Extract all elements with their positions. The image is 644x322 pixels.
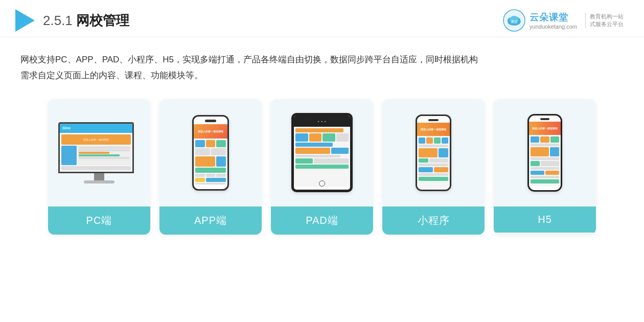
cards-section: Gino 招进人的第一届冠课程 bbox=[0, 89, 644, 250]
page-title: 2.5.1 网校管理 bbox=[43, 12, 129, 30]
phone-app-screen: 招进人的第一届冠课程 bbox=[194, 124, 227, 185]
phone-mini-body bbox=[417, 136, 450, 191]
phone-h5-screen: 招进人的第一届冠课程 bbox=[529, 122, 561, 186]
card-app-label: APP端 bbox=[159, 206, 262, 235]
phone-app-content bbox=[194, 139, 227, 185]
card-pad-label: PAD端 bbox=[271, 206, 373, 235]
svg-text:课堂: 课堂 bbox=[511, 20, 518, 24]
brand-name: 云朵课堂 bbox=[530, 11, 568, 24]
card-h5-label: H5 bbox=[494, 206, 596, 233]
phone-app-mockup: 招进人的第一届冠课程 bbox=[192, 115, 229, 191]
description-section: 网校支持PC、APP、PAD、小程序、H5，实现多端打通，产品各终端自由切换，数… bbox=[0, 37, 644, 89]
phone-mini-mockup: 招进人的第一届冠课程 bbox=[416, 114, 451, 191]
card-miniprogram-label: 小程序 bbox=[382, 206, 485, 235]
phone-mini-header: 招进人的第一届冠课程 bbox=[417, 123, 450, 136]
card-pad: ● ● ● bbox=[271, 99, 373, 235]
card-miniprogram: 招进人的第一届冠课程 bbox=[382, 99, 485, 235]
page-header: 2.5.1 网校管理 课堂 云朵课堂 yunduoketang.com 教育机构… bbox=[0, 0, 644, 37]
tablet-screen: ● ● ● bbox=[294, 116, 350, 187]
tablet-mockup: ● ● ● bbox=[291, 113, 353, 192]
phone-h5-mockup: 招进人的第一届冠课程 bbox=[527, 114, 562, 192]
monitor-base bbox=[84, 180, 114, 183]
phone-app-top: 招进人的第一届冠课程 bbox=[194, 124, 227, 139]
monitor-mockup: Gino 招进人的第一届冠课程 bbox=[58, 122, 140, 183]
card-h5-image: 招进人的第一届冠课程 bbox=[494, 99, 596, 206]
card-pc: Gino 招进人的第一届冠课程 bbox=[48, 99, 150, 235]
header-left: 2.5.1 网校管理 bbox=[15, 9, 129, 32]
description-line1: 网校支持PC、APP、PAD、小程序、H5，实现多端打通，产品各终端自由切换，数… bbox=[20, 52, 624, 67]
brand-url: yunduoketang.com bbox=[530, 24, 577, 30]
card-miniprogram-image: 招进人的第一届冠课程 bbox=[382, 99, 485, 206]
card-app: 招进人的第一届冠课程 bbox=[159, 99, 262, 235]
cloud-icon: 课堂 bbox=[503, 9, 525, 32]
card-pad-image: ● ● ● bbox=[271, 99, 373, 206]
card-pc-label: PC端 bbox=[48, 206, 150, 235]
tablet-screen-top: ● ● ● bbox=[294, 116, 350, 127]
brand-logo: 课堂 云朵课堂 yunduoketang.com 教育机构一站 式服务云平台 bbox=[503, 9, 624, 32]
monitor-neck bbox=[94, 173, 104, 180]
page-title-prefix: 2.5.1 bbox=[43, 13, 76, 28]
brand-slogan: 教育机构一站 式服务云平台 bbox=[585, 13, 624, 29]
description-line2: 需求自定义页面上的内容、课程、功能模块等。 bbox=[20, 67, 624, 83]
card-h5: 招进人的第一届冠课程 bbox=[494, 99, 596, 235]
tablet-screen-content bbox=[294, 127, 350, 187]
card-pc-image: Gino 招进人的第一届冠课程 bbox=[48, 99, 150, 206]
page-title-bold: 网校管理 bbox=[76, 13, 129, 28]
card-app-image: 招进人的第一届冠课程 bbox=[159, 99, 262, 206]
brand-text: 云朵课堂 yunduoketang.com bbox=[530, 11, 577, 30]
logo-triangle-icon bbox=[15, 9, 35, 32]
monitor-screen: Gino 招进人的第一届冠课程 bbox=[58, 122, 134, 173]
